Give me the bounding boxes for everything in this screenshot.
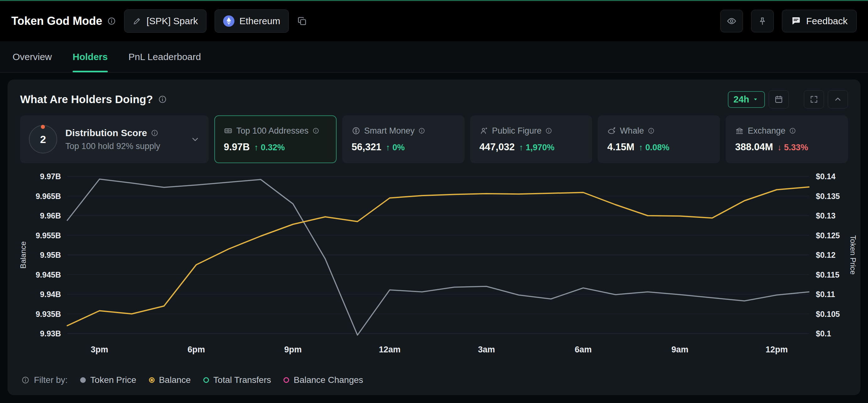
eye-icon bbox=[726, 16, 737, 26]
banknote-icon bbox=[224, 126, 232, 135]
right-axis-tick: $0.1 bbox=[816, 329, 831, 338]
left-axis-tick: 9.95B bbox=[40, 251, 61, 259]
legend-item-label: Token Price bbox=[90, 375, 136, 385]
pin-button[interactable] bbox=[751, 10, 774, 32]
calendar-button[interactable] bbox=[769, 90, 789, 108]
stat-change: ↑ 0.32% bbox=[254, 143, 285, 152]
chat-bubble-icon bbox=[791, 16, 801, 26]
chevron-up-icon bbox=[833, 95, 842, 104]
copy-address-icon[interactable] bbox=[297, 16, 307, 26]
panel-controls: 24h bbox=[728, 90, 848, 108]
stat-label: Smart Money bbox=[364, 126, 415, 136]
left-axis-tick: 9.945B bbox=[35, 270, 61, 279]
info-icon[interactable] bbox=[648, 127, 655, 134]
distribution-score-title: Distribution Score bbox=[65, 128, 147, 138]
holders-activity-chart: 9.93B9.935B9.94B9.945B9.95B9.955B9.96B9.… bbox=[7, 167, 861, 369]
stat-label: Public Figure bbox=[492, 126, 542, 136]
feedback-button[interactable]: Feedback bbox=[782, 10, 857, 32]
whale-icon bbox=[607, 126, 616, 135]
tab-pnl-leaderboard[interactable]: PnL Leaderboard bbox=[128, 41, 201, 72]
info-icon[interactable] bbox=[107, 17, 116, 26]
timeframe-label: 24h bbox=[734, 94, 749, 105]
stat-label: Whale bbox=[620, 126, 644, 136]
pencil-icon bbox=[133, 17, 142, 26]
person-star-icon bbox=[479, 126, 488, 135]
balance-dot bbox=[149, 377, 155, 383]
top-bar: Token God Mode [SPK] Spark Ethereum Feed… bbox=[0, 1, 868, 41]
left-axis-tick: 9.955B bbox=[35, 231, 61, 240]
chevron-down-icon[interactable] bbox=[190, 134, 200, 144]
stat-card-whale[interactable]: Whale 4.15M ↑ 0.08% bbox=[598, 115, 720, 163]
legend-item[interactable]: Total Transfers bbox=[203, 375, 271, 385]
tab-overview[interactable]: Overview bbox=[12, 41, 52, 72]
stat-value: 56,321 bbox=[352, 142, 381, 153]
stat-value: 447,032 bbox=[479, 142, 515, 153]
main-content: What Are Holders Doing? 24h bbox=[0, 73, 868, 402]
info-icon[interactable] bbox=[21, 376, 30, 384]
right-axis-tick: $0.11 bbox=[816, 290, 835, 299]
x-axis-tick: 3pm bbox=[91, 345, 108, 354]
panel-title-row: What Are Holders Doing? bbox=[20, 93, 167, 105]
info-icon[interactable] bbox=[312, 127, 319, 134]
legend-item[interactable]: Token Price bbox=[80, 375, 136, 385]
holders-chart-area: 9.93B9.935B9.94B9.945B9.95B9.955B9.96B9.… bbox=[7, 167, 861, 370]
x-axis-tick: 6pm bbox=[188, 345, 205, 354]
panel-title: What Are Holders Doing? bbox=[20, 93, 153, 105]
tab-holders[interactable]: Holders bbox=[72, 41, 108, 72]
right-axis-tick: $0.12 bbox=[816, 251, 836, 259]
x-axis-tick: 3am bbox=[478, 345, 495, 354]
info-icon[interactable] bbox=[545, 127, 552, 134]
feedback-label: Feedback bbox=[806, 16, 847, 26]
info-icon[interactable] bbox=[158, 95, 167, 104]
holders-panel: What Are Holders Doing? 24h bbox=[7, 80, 861, 395]
stat-cards-row: 2 Distribution Score Top 100 hold 92% su… bbox=[7, 111, 861, 163]
token-price-line bbox=[67, 179, 809, 335]
stat-label: Exchange bbox=[748, 126, 785, 136]
fullscreen-icon bbox=[810, 95, 818, 104]
stat-change: ↑ 0% bbox=[386, 143, 405, 152]
stat-card-top-100-addresses[interactable]: Top 100 Addresses 9.97B ↑ 0.32% bbox=[214, 115, 337, 163]
stat-card-public-figure[interactable]: Public Figure 447,032 ↑ 1,970% bbox=[470, 115, 592, 163]
stat-change: ↑ 1,970% bbox=[519, 143, 555, 152]
stat-card-exchange[interactable]: Exchange 388.04M ↓ 5.33% bbox=[726, 115, 848, 163]
timeframe-dropdown[interactable]: 24h bbox=[728, 91, 765, 108]
collapse-button[interactable] bbox=[828, 90, 848, 108]
distribution-score-text: Distribution Score Top 100 hold 92% supp… bbox=[65, 128, 182, 151]
legend-item[interactable]: Balance Changes bbox=[283, 375, 363, 385]
page-title: Token God Mode bbox=[11, 14, 102, 28]
total-transfers-dot bbox=[203, 377, 209, 383]
chain-selector-pill[interactable]: Ethereum bbox=[215, 9, 289, 33]
bank-icon bbox=[735, 126, 744, 135]
token-price-dot bbox=[80, 377, 86, 383]
coin-icon bbox=[352, 126, 361, 135]
right-axis-tick: $0.14 bbox=[816, 172, 836, 181]
legend-item[interactable]: Balance bbox=[149, 375, 191, 385]
x-axis-tick: 12am bbox=[379, 345, 401, 354]
token-selector-pill[interactable]: [SPK] Spark bbox=[124, 9, 206, 33]
info-icon[interactable] bbox=[418, 127, 425, 134]
stat-value: 4.15M bbox=[607, 142, 634, 153]
fullscreen-button[interactable] bbox=[804, 90, 824, 108]
chain-selector-label: Ethereum bbox=[240, 16, 280, 26]
distribution-score-badge: 2 bbox=[29, 125, 57, 153]
token-selector-label: [SPK] Spark bbox=[147, 16, 198, 26]
right-axis-tick: $0.135 bbox=[816, 192, 840, 200]
watchlist-button[interactable] bbox=[720, 10, 743, 32]
calendar-icon bbox=[774, 95, 783, 104]
left-axis-tick: 9.97B bbox=[40, 172, 61, 181]
stat-value: 388.04M bbox=[735, 142, 773, 153]
left-axis-tick: 9.93B bbox=[40, 329, 61, 338]
left-axis-title: Balance bbox=[19, 241, 27, 269]
caret-down-icon bbox=[752, 96, 759, 103]
legend-filter-label: Filter by: bbox=[34, 375, 68, 385]
right-axis-tick: $0.105 bbox=[816, 310, 840, 318]
balance-changes-dot bbox=[283, 377, 289, 383]
distribution-score-card[interactable]: 2 Distribution Score Top 100 hold 92% su… bbox=[20, 115, 209, 163]
left-axis-tick: 9.965B bbox=[35, 192, 61, 200]
distribution-score-subtitle: Top 100 hold 92% supply bbox=[65, 142, 182, 151]
distribution-score-value: 2 bbox=[40, 133, 46, 146]
info-icon[interactable] bbox=[151, 129, 158, 137]
legend-item-label: Balance Changes bbox=[293, 375, 363, 385]
stat-card-smart-money[interactable]: Smart Money 56,321 ↑ 0% bbox=[342, 115, 464, 163]
info-icon[interactable] bbox=[789, 127, 796, 134]
